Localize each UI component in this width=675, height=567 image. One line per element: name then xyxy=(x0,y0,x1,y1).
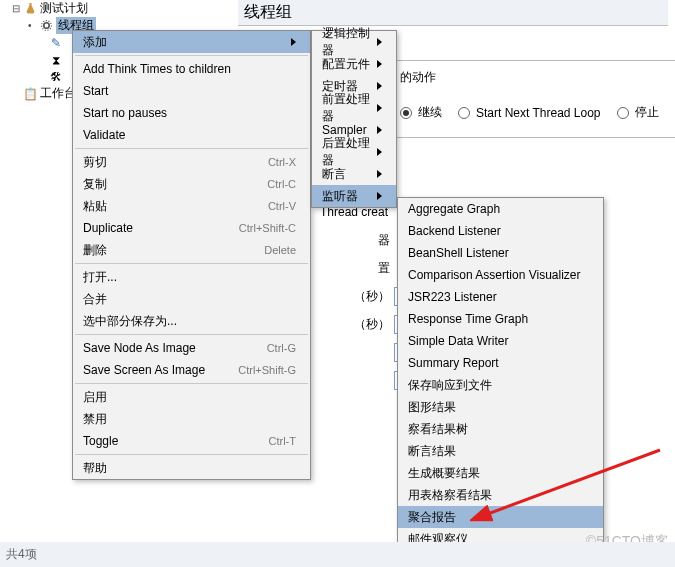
radio-stop[interactable] xyxy=(617,107,629,119)
menu-config-element[interactable]: 配置元件 xyxy=(312,53,396,75)
menu-preprocessor[interactable]: 前置处理器 xyxy=(312,97,396,119)
radio-start-next[interactable] xyxy=(458,107,470,119)
menu-aggregate-graph[interactable]: Aggregate Graph xyxy=(398,198,603,220)
tree-label: 测试计划 xyxy=(40,0,88,17)
menu-disable[interactable]: 禁用 xyxy=(73,408,310,430)
menu-validate[interactable]: Validate xyxy=(73,124,310,146)
menu-view-results-tree[interactable]: 察看结果树 xyxy=(398,418,603,440)
menu-paste[interactable]: 粘贴Ctrl-V xyxy=(73,195,310,217)
chevron-right-icon xyxy=(377,170,382,178)
radio-label: 继续 xyxy=(418,104,442,121)
radio-label: 停止 xyxy=(635,104,659,121)
menu-start-no-pauses[interactable]: Start no pauses xyxy=(73,102,310,124)
flask-icon xyxy=(22,2,38,16)
menu-aggregate-report[interactable]: 聚合报告 xyxy=(398,506,603,528)
menu-save-response-file[interactable]: 保存响应到文件 xyxy=(398,374,603,396)
chevron-right-icon xyxy=(291,38,296,46)
chevron-right-icon xyxy=(377,60,382,68)
menu-help[interactable]: 帮助 xyxy=(73,457,310,479)
menu-save-selection[interactable]: 选中部分保存为... xyxy=(73,310,310,332)
leaf-icon: • xyxy=(28,20,38,31)
menu-copy[interactable]: 复制Ctrl-C xyxy=(73,173,310,195)
menu-graph-results[interactable]: 图形结果 xyxy=(398,396,603,418)
menu-save-node[interactable]: Save Node As ImageCtrl-G xyxy=(73,337,310,359)
menu-save-screen[interactable]: Save Screen As ImageCtrl+Shift-G xyxy=(73,359,310,381)
chevron-right-icon xyxy=(377,126,382,134)
menu-simple-data-writer[interactable]: Simple Data Writer xyxy=(398,330,603,352)
chevron-right-icon xyxy=(377,148,382,156)
menu-enable[interactable]: 启用 xyxy=(73,386,310,408)
context-menu: 添加 Add Think Times to children Start Sta… xyxy=(72,30,311,480)
chevron-right-icon xyxy=(377,192,382,200)
add-submenu: 逻辑控制器 配置元件 定时器 前置处理器 Sampler 后置处理器 断言 监听… xyxy=(311,30,397,208)
chevron-right-icon xyxy=(377,82,382,90)
menu-open[interactable]: 打开... xyxy=(73,266,310,288)
menu-listener[interactable]: 监听器 xyxy=(312,185,396,207)
menu-response-time-graph[interactable]: Response Time Graph xyxy=(398,308,603,330)
chevron-right-icon xyxy=(377,38,382,46)
sec-label: （秒） xyxy=(320,288,390,305)
listener-submenu: Aggregate Graph Backend Listener BeanShe… xyxy=(397,197,604,551)
tree-label: 工作台 xyxy=(40,85,76,102)
menu-toggle[interactable]: ToggleCtrl-T xyxy=(73,430,310,452)
pencil-icon: ✎ xyxy=(48,36,64,50)
menu-backend-listener[interactable]: Backend Listener xyxy=(398,220,603,242)
menu-beanshell-listener[interactable]: BeanShell Listener xyxy=(398,242,603,264)
collapse-icon[interactable]: ⊟ xyxy=(12,3,22,14)
menu-postprocessor[interactable]: 后置处理器 xyxy=(312,141,396,163)
gear-icon xyxy=(38,19,54,33)
menu-think-times[interactable]: Add Think Times to children xyxy=(73,58,310,80)
sec-label: （秒） xyxy=(320,316,390,333)
menu-jsr223-listener[interactable]: JSR223 Listener xyxy=(398,286,603,308)
panel-title: 线程组 xyxy=(244,3,292,20)
menu-view-results-table[interactable]: 用表格察看结果 xyxy=(398,484,603,506)
hourglass-icon: ⧗ xyxy=(48,53,64,67)
panel-header: 线程组 xyxy=(238,0,668,26)
menu-comparison-visualizer[interactable]: Comparison Assertion Visualizer xyxy=(398,264,603,286)
menu-cut[interactable]: 剪切Ctrl-X xyxy=(73,151,310,173)
wrench-icon: 🛠 xyxy=(48,70,64,84)
after-error-label: 的动作 xyxy=(400,70,436,84)
svg-point-0 xyxy=(43,23,48,28)
clipboard-icon: 📋 xyxy=(22,87,38,101)
menu-logic-controller[interactable]: 逻辑控制器 xyxy=(312,31,396,53)
chevron-right-icon xyxy=(377,104,382,112)
status-bar: 共4项 xyxy=(0,542,675,567)
menu-summary-report[interactable]: Summary Report xyxy=(398,352,603,374)
menu-merge[interactable]: 合并 xyxy=(73,288,310,310)
menu-start[interactable]: Start xyxy=(73,80,310,102)
menu-generate-summary[interactable]: 生成概要结果 xyxy=(398,462,603,484)
cfg-label: 置 xyxy=(320,260,390,277)
menu-duplicate[interactable]: DuplicateCtrl+Shift-C xyxy=(73,217,310,239)
radio-continue[interactable] xyxy=(400,107,412,119)
sched-label: 器 xyxy=(320,232,390,249)
radio-label: Start Next Thread Loop xyxy=(476,106,601,120)
tree-node-testplan[interactable]: ⊟ 测试计划 xyxy=(8,0,228,17)
menu-assertion-results[interactable]: 断言结果 xyxy=(398,440,603,462)
menu-delete[interactable]: 删除Delete xyxy=(73,239,310,261)
menu-add[interactable]: 添加 xyxy=(73,31,310,53)
